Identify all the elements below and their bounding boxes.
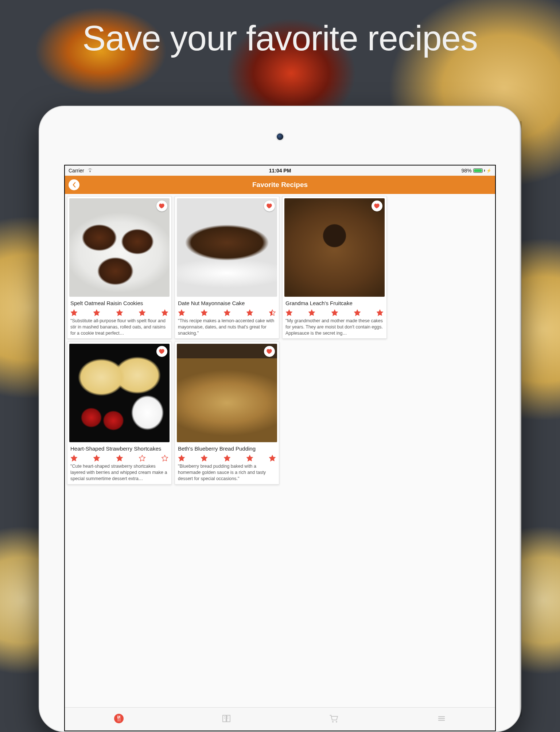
svg-point-0 [114, 714, 124, 723]
recipe-image [284, 198, 385, 297]
recipe-card[interactable]: Grandma Leach's Fruitcake"My grandmother… [282, 196, 387, 339]
tablet-camera [277, 133, 283, 140]
recipe-title: Date Nut Mayonnaise Cake [175, 299, 279, 308]
status-bar: Carrier 11:04 PM 98% ⚡ [65, 166, 495, 176]
recipe-image [69, 344, 170, 442]
recipe-description: "Blueberry bread pudding baked with a ho… [175, 463, 279, 482]
recipe-title: Beth's Blueberry Bread Pudding [175, 444, 279, 454]
page-title: Favorite Recipes [252, 181, 308, 189]
recipe-rating [283, 308, 386, 318]
recipe-image [177, 344, 277, 442]
recipe-description: "My grandmother and mother made these ca… [283, 318, 386, 336]
svg-point-2 [336, 721, 337, 723]
recipe-rating [175, 454, 279, 463]
favorite-button[interactable] [264, 200, 275, 211]
recipe-card[interactable]: Heart-Shaped Strawberry Shortcakes"Cute … [67, 342, 172, 484]
cart-icon [328, 713, 339, 725]
favorite-button[interactable] [264, 346, 275, 357]
app-screen: Carrier 11:04 PM 98% ⚡ Favorite Recipes … [64, 165, 496, 731]
promo-headline: Save your favorite recipes [0, 18, 560, 58]
recipe-image [177, 198, 277, 297]
wifi-icon [87, 168, 93, 174]
favorite-button[interactable] [372, 200, 382, 211]
recipe-description: "Substitute all-purpose flour with spelt… [67, 318, 171, 336]
clock: 11:04 PM [65, 168, 495, 174]
svg-point-1 [332, 721, 334, 723]
recipe-card[interactable]: Spelt Oatmeal Raisin Cookies"Substitute … [67, 196, 172, 339]
favorite-button[interactable] [156, 346, 167, 357]
tab-shopping[interactable] [280, 708, 388, 731]
battery-cap [484, 170, 485, 172]
battery-icon [473, 168, 483, 173]
recipe-rating [67, 308, 171, 318]
recipe-rating [175, 308, 279, 318]
tab-more[interactable] [388, 708, 495, 731]
tab-browse[interactable] [172, 708, 280, 731]
nav-bar: Favorite Recipes [65, 176, 495, 194]
recipe-description: "Cute heart-shaped strawberry shortcakes… [67, 463, 171, 482]
recipe-title: Spelt Oatmeal Raisin Cookies [67, 299, 171, 308]
battery-percent: 98% [461, 168, 471, 174]
recipe-title: Heart-Shaped Strawberry Shortcakes [67, 444, 171, 454]
recipe-description: "This recipe makes a lemon-accented cake… [175, 318, 279, 336]
favorite-button[interactable] [156, 200, 167, 211]
recipe-title: Grandma Leach's Fruitcake [283, 299, 386, 308]
book-icon [221, 713, 232, 725]
utensils-icon [113, 713, 124, 725]
charging-icon: ⚡ [486, 168, 491, 173]
recipe-rating [67, 454, 171, 463]
tab-recipes[interactable] [65, 708, 172, 731]
tablet-frame: Carrier 11:04 PM 98% ⚡ Favorite Recipes … [39, 106, 521, 732]
menu-icon [436, 713, 447, 725]
back-button[interactable] [69, 179, 79, 190]
carrier-label: Carrier [69, 168, 84, 174]
tab-bar [65, 707, 495, 731]
recipe-card[interactable]: Beth's Blueberry Bread Pudding"Blueberry… [175, 342, 279, 484]
recipe-image [69, 198, 170, 297]
recipe-card[interactable]: Date Nut Mayonnaise Cake"This recipe mak… [175, 196, 279, 339]
recipe-grid[interactable]: Spelt Oatmeal Raisin Cookies"Substitute … [65, 194, 495, 707]
